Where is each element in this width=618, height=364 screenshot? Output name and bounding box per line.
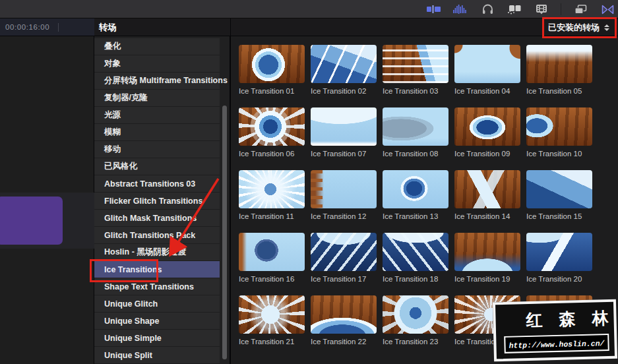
transition-label: Ice Transition 16 — [239, 271, 305, 283]
sidebar-item-移动[interactable]: 移动 — [94, 141, 220, 158]
sidebar-item-label: Ice Transitions — [94, 265, 162, 274]
sidebar-item-label: Unique Simple — [94, 334, 162, 343]
transition-tile: Ice Transition 21 — [239, 295, 305, 346]
transition-thumbnail[interactable] — [383, 295, 448, 334]
monitor-audio-icon[interactable] — [479, 2, 495, 16]
transition-thumbnail[interactable] — [526, 107, 592, 146]
sidebar-item-label: Unique Split — [94, 351, 152, 360]
transition-thumbnail[interactable] — [311, 45, 377, 83]
sidebar-item-label: Glitch Transitions Pack — [94, 231, 195, 240]
transitions-category-list: 叠化对象分屏转场 Multiframe Transitions复制器/克隆光源模… — [94, 36, 230, 364]
timeline-clip[interactable] — [0, 197, 63, 245]
transition-thumbnail[interactable] — [526, 45, 592, 83]
transition-tile: Ice Transition 01 — [239, 45, 305, 95]
sidebar-item-复制器-克隆[interactable]: 复制器/克隆 — [94, 90, 220, 107]
transition-label: Ice Transition 06 — [239, 146, 305, 158]
sidebar-item-光源[interactable]: 光源 — [94, 107, 220, 124]
media-browser-icon[interactable] — [534, 2, 549, 16]
transition-tile: Ice Transition 23 — [383, 295, 448, 346]
transition-label: Ice Transition 23 — [383, 334, 448, 346]
transition-thumbnail[interactable] — [454, 170, 520, 208]
transition-label: Ice Transition 09 — [454, 146, 520, 158]
installed-transitions-dropdown[interactable]: 已安装的转场 — [548, 20, 609, 34]
audio-meters-icon[interactable] — [452, 2, 468, 16]
transition-label: Ice Transition 03 — [383, 83, 448, 95]
transition-thumbnail[interactable] — [454, 107, 520, 146]
transition-label: Ice Transition 12 — [311, 208, 377, 220]
sidebar-item-ice-transitions[interactable]: Ice Transitions — [94, 261, 220, 278]
transition-thumbnail[interactable] — [383, 107, 448, 146]
transition-thumbnail[interactable] — [311, 170, 377, 208]
transition-thumbnail[interactable] — [383, 233, 448, 271]
sidebar-item-glitch-mask-transitions[interactable]: Glitch Mask Transitions — [94, 210, 220, 227]
sidebar-scrollbar[interactable] — [222, 106, 227, 359]
sidebar-item-unique-split[interactable]: Unique Split — [94, 347, 220, 364]
sidebar-item-hoslin-黑场阴影过渡[interactable]: Hoslin - 黑场阴影过渡 — [94, 244, 220, 261]
transition-tile: Ice Transition 15 — [526, 170, 592, 220]
sidebar-item-模糊[interactable]: 模糊 — [94, 124, 220, 141]
sidebar-item-flicker-glitch-transitions[interactable]: Flicker Glitch Transitions — [94, 193, 220, 210]
effects-browser-icon[interactable] — [507, 2, 522, 16]
transition-tile: Ice Transition 18 — [383, 233, 448, 283]
watermark-url: http://www.hoslin.cn/ — [509, 339, 604, 350]
timeline-index-icon[interactable] — [425, 2, 441, 16]
transition-tile: Ice Transition 10 — [526, 107, 592, 158]
watermark-title: 红 森 林 — [526, 307, 615, 331]
transition-tile: Ice Transition 19 — [454, 233, 520, 283]
transition-label: Ice Transition 20 — [526, 271, 592, 283]
sidebar-item-label: Flicker Glitch Transitions — [94, 197, 202, 206]
sidebar-item-label: 光源 — [94, 109, 121, 121]
sidebar-item-label: 对象 — [94, 58, 121, 69]
transition-tile: Ice Transition 20 — [526, 233, 592, 283]
watermark-box: 红 森 林 http://www.hoslin.cn/ — [493, 299, 617, 362]
transition-thumbnail[interactable] — [311, 233, 377, 271]
transition-label: Ice Transition 08 — [383, 146, 448, 158]
transition-thumbnail[interactable] — [454, 233, 520, 271]
transition-thumbnail[interactable] — [383, 45, 448, 83]
timecode-tick — [58, 23, 59, 32]
transition-thumbnail[interactable] — [239, 170, 305, 208]
sidebar-item-已风格化[interactable]: 已风格化 — [94, 158, 220, 175]
timeline-panel — [0, 36, 94, 364]
transition-thumbnail[interactable] — [383, 170, 448, 208]
panel-title: 转场 — [99, 22, 117, 34]
transition-tile: Ice Transition 02 — [311, 45, 377, 95]
watermark-url-box: http://www.hoslin.cn/ — [504, 334, 609, 353]
transition-tile: Ice Transition 07 — [311, 107, 377, 158]
transition-thumbnail[interactable] — [311, 107, 377, 146]
transition-label: Ice Transition 10 — [526, 146, 592, 158]
transition-tile: Ice Transition 06 — [239, 107, 305, 158]
transition-tile: Ice Transition 09 — [454, 107, 520, 158]
sidebar-item-叠化[interactable]: 叠化 — [94, 38, 220, 55]
sidebar-item-对象[interactable]: 对象 — [94, 55, 220, 73]
transition-thumbnail[interactable] — [239, 45, 305, 83]
chevron-up-down-icon — [604, 24, 609, 31]
transition-tile: Ice Transition 16 — [239, 233, 305, 283]
sidebar-item-unique-simple[interactable]: Unique Simple — [94, 330, 220, 347]
transition-label: Ice Transition 19 — [454, 271, 520, 283]
sidebar-item-label: 叠化 — [94, 41, 121, 52]
transition-label: Ice Transition 02 — [311, 83, 377, 95]
sidebar-item-glitch-transitions-pack[interactable]: Glitch Transitions Pack — [94, 227, 220, 244]
sidebar-item-unique-glitch[interactable]: Unique Glitch — [94, 295, 220, 313]
transition-thumbnail[interactable] — [526, 170, 592, 208]
sidebar-item-abstract-transitions-03[interactable]: Abstract Transitions 03 — [94, 175, 220, 193]
sidebar-item-shape-text-transitions[interactable]: Shape Text Transitions — [94, 278, 220, 295]
sidebar-item-unique-shape[interactable]: Unique Shape — [94, 313, 220, 330]
transition-thumbnail[interactable] — [311, 295, 377, 334]
transition-thumbnail[interactable] — [239, 107, 305, 146]
toolbar-divider — [561, 3, 561, 15]
transition-thumbnail[interactable] — [239, 295, 305, 334]
toolbar-icon-group — [425, 0, 615, 18]
transition-label: Ice Transition 01 — [239, 83, 305, 95]
transition-label: Ice Transition 05 — [526, 83, 592, 95]
transitions-browser-icon[interactable] — [600, 2, 615, 16]
sidebar-item-分屏转场-multiframe-transitions[interactable]: 分屏转场 Multiframe Transitions — [94, 73, 220, 90]
transition-label: Ice Transition 17 — [311, 271, 377, 283]
transition-thumbnail[interactable] — [454, 45, 520, 83]
transition-thumbnail[interactable] — [526, 233, 592, 271]
transition-tile: Ice Transition 14 — [454, 170, 520, 220]
transition-thumbnail[interactable] — [239, 233, 305, 271]
transition-tile: Ice Transition 12 — [311, 170, 377, 220]
browser-toggle-icon[interactable] — [572, 2, 588, 16]
